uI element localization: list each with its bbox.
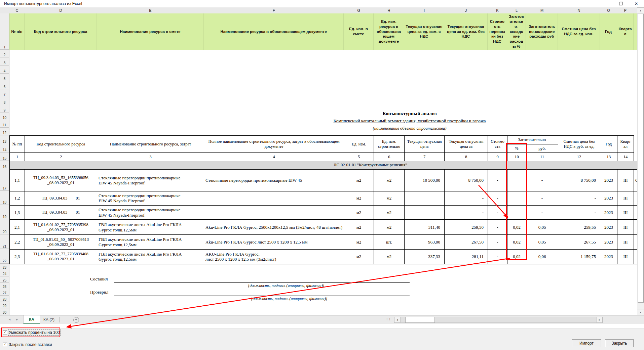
table-cell-r17-quarter[interactable]: III bbox=[617, 169, 634, 191]
column-header-I[interactable]: I bbox=[404, 7, 445, 14]
green-header-cell-K[interactable]: Стоимо сть перевоз ки без НДС bbox=[488, 13, 507, 50]
import-button[interactable]: Импорт bbox=[572, 339, 601, 347]
table-cell-r21-code[interactable]: ТЦ_01.6.01.02_50_ 5037009513 _06.09.2023… bbox=[25, 234, 97, 250]
table-cell-r20-quarter[interactable]: III bbox=[617, 219, 634, 235]
row-header-27[interactable]: 27 bbox=[0, 289, 9, 296]
column-header-N[interactable]: N bbox=[558, 7, 600, 14]
table-cell-r17-year[interactable]: 2023 bbox=[600, 169, 617, 191]
row-header-4[interactable]: 4 bbox=[0, 65, 9, 74]
table-cell-r18-total[interactable]: - bbox=[558, 191, 600, 206]
table-header-c14[interactable]: Кварт ал bbox=[617, 135, 634, 153]
table-cell-r18-price[interactable]: - bbox=[444, 191, 488, 206]
row-header-3[interactable]: 3 bbox=[0, 57, 9, 65]
table-cell-r19-n[interactable]: 1,3 bbox=[9, 205, 25, 220]
table-cell-r19-code[interactable]: ТЦ_09.3.04.03____01 bbox=[25, 205, 97, 220]
table-cell-r17-transport[interactable]: - bbox=[488, 169, 507, 191]
table-cell-r17-name[interactable]: Стеклянные перегородки противопожарные E… bbox=[97, 169, 204, 191]
table-colnum-6[interactable]: 6 bbox=[374, 152, 405, 161]
table-cell-r20-pct[interactable]: 0,02 bbox=[507, 219, 526, 235]
vscroll-up-arrow[interactable]: ▲ bbox=[637, 7, 644, 13]
table-cell-r19-total[interactable]: - bbox=[558, 205, 600, 220]
table-cell-r18-pct[interactable] bbox=[507, 191, 526, 206]
row-header-20[interactable]: 20 bbox=[0, 219, 9, 234]
table-cell-r22-year[interactable]: 2023 bbox=[600, 249, 617, 264]
table-header-c11[interactable]: руб. bbox=[526, 144, 558, 153]
row-header-10[interactable]: 10 bbox=[0, 113, 9, 120]
table-colnum-4[interactable]: 4 bbox=[204, 152, 344, 161]
row-header-15[interactable]: 15 bbox=[0, 152, 9, 161]
row-header-29[interactable]: 29 bbox=[0, 302, 9, 308]
table-cell-r19-price_vat[interactable] bbox=[404, 205, 445, 220]
table-cell-r22-unit_doc[interactable]: м2 bbox=[374, 249, 405, 264]
table-cell-r22-transport[interactable]: - bbox=[488, 249, 507, 264]
table-cell-r19-unit[interactable]: м2 bbox=[344, 205, 374, 220]
table-cell-r22-name[interactable]: ГВЛ акустические листы AkuLine Pro ГКЛА … bbox=[97, 249, 204, 264]
table-cell-r18-rub[interactable]: - bbox=[526, 191, 558, 206]
table-cell-r17-code[interactable]: ТЦ_09.3.04.03_53_1655398056 _08.09.2023_… bbox=[25, 169, 97, 191]
hscroll-thumb[interactable] bbox=[405, 317, 435, 323]
table-header-c9[interactable]: Стоимо сть bbox=[488, 135, 507, 153]
hscroll-left-arrow[interactable]: ◄ bbox=[394, 317, 400, 323]
table-cell-r19-price[interactable]: - bbox=[444, 205, 488, 220]
table-cell-r18-unit[interactable]: м2 bbox=[344, 191, 374, 206]
green-header-cell-L[interactable]: Заготов ительн о- складс кие расход ы % bbox=[507, 13, 526, 50]
table-cell-r22-unit[interactable]: м2 bbox=[344, 249, 374, 264]
green-header-cell-F[interactable]: Наименование ресурса в обосновывающем до… bbox=[204, 13, 344, 50]
green-header-cell-J[interactable]: Текущая отпускная цена за ед. изм. без Н… bbox=[444, 13, 488, 50]
table-colnum-14[interactable]: 14 bbox=[617, 152, 634, 161]
table-cell-r22-code[interactable]: ТЦ_01.6.01.02_77_7705839408 _06.09.2023_… bbox=[25, 249, 97, 264]
column-header-F[interactable]: F bbox=[204, 7, 344, 14]
row-header-2[interactable]: 2 bbox=[0, 50, 9, 57]
close-after-insert-checkbox[interactable]: ✓ Закрыть после вставки bbox=[3, 342, 52, 347]
section-row[interactable]: ЛС-02-01-01 "Конструктивные решения" bbox=[9, 161, 637, 170]
table-header-c1[interactable]: № пп bbox=[9, 135, 25, 153]
table-cell-r20-name[interactable]: ГВЛ акустические листы AkuLine Pro ГКЛА … bbox=[97, 219, 204, 235]
table-cell-r17-rub[interactable]: - bbox=[526, 169, 558, 191]
table-cell-r18-transport[interactable]: - bbox=[488, 191, 507, 206]
column-header-D[interactable]: D bbox=[25, 7, 97, 14]
row-header-24[interactable]: 24 bbox=[0, 270, 9, 276]
table-header-c7[interactable]: Текущая отпускная цена bbox=[404, 135, 445, 153]
row-header-23[interactable]: 23 bbox=[0, 264, 9, 270]
tab-splitter-handle[interactable]: ⋮⋮ bbox=[385, 318, 391, 321]
row-header-30[interactable]: 30 bbox=[0, 308, 9, 315]
table-cell-r21-rub[interactable]: 0,05 bbox=[526, 234, 558, 250]
table-colnum-13[interactable]: 13 bbox=[600, 152, 617, 161]
column-header-G[interactable]: G bbox=[344, 7, 374, 14]
tab-scroll-right-icon[interactable]: ► bbox=[15, 318, 18, 321]
column-header-O[interactable]: O bbox=[600, 7, 617, 14]
table-colnum-3[interactable]: 3 bbox=[97, 152, 204, 161]
table-header-group-zagotovitelno[interactable]: Заготовительно- bbox=[507, 135, 558, 144]
table-colnum-9[interactable]: 9 bbox=[488, 152, 507, 161]
row-header-28[interactable]: 28 bbox=[0, 296, 9, 302]
green-header-cell-G[interactable]: Ед. изм. в смете bbox=[344, 13, 374, 50]
green-header-cell-O[interactable]: Год bbox=[600, 13, 617, 50]
green-header-cell-N[interactable]: Сметная цена без НДС за ед. изм. bbox=[558, 13, 600, 50]
table-cell-r21-price_vat[interactable]: 963,00 bbox=[404, 234, 445, 250]
column-header-C[interactable]: C bbox=[9, 7, 25, 14]
table-cell-r20-transport[interactable]: - bbox=[488, 219, 507, 235]
tab-ka[interactable]: КА bbox=[23, 315, 40, 324]
table-cell-r17-n[interactable]: 1,1 bbox=[9, 169, 25, 191]
table-header-c10[interactable]: % bbox=[507, 144, 526, 153]
close-dialog-button[interactable]: Закрыть bbox=[605, 339, 634, 347]
minimize-button[interactable] bbox=[598, 0, 613, 7]
table-header-c2[interactable]: Код строительного ресурса bbox=[25, 135, 97, 153]
table-cell-r21-price[interactable]: 267,50 bbox=[444, 234, 488, 250]
row-header-19[interactable]: 19 bbox=[0, 205, 9, 219]
row-header-21[interactable]: 21 bbox=[0, 234, 9, 249]
table-colnum-5[interactable]: 5 bbox=[344, 152, 374, 161]
table-cell-r20-doc_name[interactable]: Aku-Line Pro ГКЛА Gyproc, 2500х1200х12,5… bbox=[204, 219, 344, 235]
table-cell-r22-n[interactable]: 2,3 bbox=[9, 249, 25, 264]
table-header-c6[interactable]: Ед. изм. строительно bbox=[374, 135, 405, 153]
table-cell-r17-pct[interactable] bbox=[507, 169, 526, 191]
table-cell-r20-code[interactable]: ТЦ_01.6.01.02_77_7705935398 _06.09.2023_… bbox=[25, 219, 97, 235]
row-header-14[interactable]: 14 bbox=[0, 144, 9, 152]
column-header-H[interactable]: H bbox=[374, 7, 405, 14]
table-header-c12[interactable]: Сметная цена без НДС в руб. за ед. bbox=[558, 135, 600, 153]
row-header-6[interactable]: 6 bbox=[0, 81, 9, 89]
table-cell-r20-price[interactable]: 259,50 bbox=[444, 219, 488, 235]
table-cell-r21-doc_name[interactable]: Aku-Line Pro ГКЛА Gyproc лист 2500 х 120… bbox=[204, 234, 344, 250]
tab-ka-2[interactable]: КА (2) bbox=[40, 315, 58, 324]
table-cell-r20-unit[interactable]: м2 bbox=[344, 219, 374, 235]
